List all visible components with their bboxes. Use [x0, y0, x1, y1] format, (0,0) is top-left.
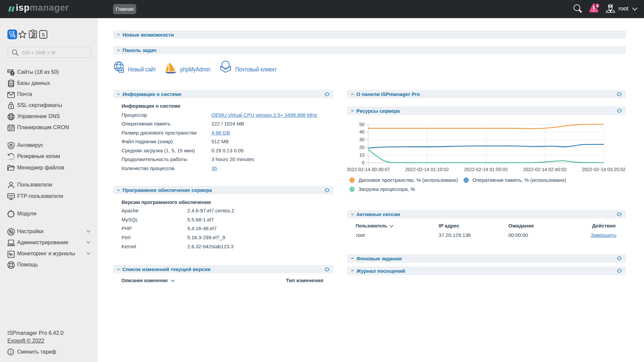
svg-text:2022-02-14 00:30:07: 2022-02-14 00:30:07: [347, 167, 390, 172]
svg-text:40: 40: [359, 129, 364, 135]
svg-text:5: 5: [42, 32, 45, 38]
svg-text:1: 1: [596, 4, 598, 8]
svg-text:2022-02-14 01:55:02: 2022-02-14 01:55:02: [464, 167, 508, 172]
svg-text:10: 10: [359, 152, 364, 158]
svg-text:30: 30: [359, 137, 364, 142]
svg-text:2022-02-14 03:25:02: 2022-02-14 03:25:02: [582, 167, 626, 172]
svg-text:2022-02-14 02:40:02: 2022-02-14 02:40:02: [523, 167, 567, 172]
svg-text:0: 0: [362, 160, 364, 165]
svg-text:1: 1: [10, 350, 12, 354]
svg-text:50: 50: [359, 122, 364, 127]
svg-text:2022-02-14 01:10:02: 2022-02-14 01:10:02: [405, 167, 449, 172]
svg-text:FTP: FTP: [9, 194, 13, 197]
svg-text:20: 20: [359, 145, 364, 150]
